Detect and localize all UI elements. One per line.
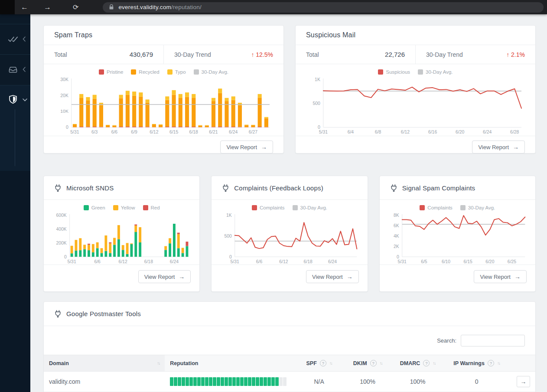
legend-swatch (378, 69, 383, 75)
svg-text:0: 0 (66, 125, 68, 130)
sidebar-divider (0, 24, 30, 24)
trend-stat: 30-Day Trend ↑ 12.5% (163, 45, 283, 64)
browser-forward-button[interactable]: → (44, 3, 51, 11)
address-bar[interactable]: everest.validity.com/reputation/ (103, 2, 544, 13)
reputation-segment (264, 377, 267, 386)
svg-text:6/24: 6/24 (229, 130, 238, 134)
complaints-feedback-loops-chart: 05001K5/316/66/126/186/24 (218, 213, 360, 265)
chevron-left-icon (23, 36, 26, 42)
reputation-segment (260, 377, 263, 386)
signal-spam-complaints-chart: 02K4K6K8K5/316/56/106/156/206/25 (387, 213, 528, 265)
suspicious-mail-card: Suspicious Mail Total 22,726 30-Day Tren… (295, 25, 536, 154)
svg-text:6/18: 6/18 (304, 259, 313, 264)
reputation-segment (279, 377, 283, 386)
sidebar-item-validation[interactable] (0, 29, 30, 49)
svg-text:20K: 20K (60, 93, 68, 98)
view-report-button[interactable]: View Report→ (306, 270, 359, 283)
help-icon[interactable]: ? (370, 360, 377, 366)
svg-text:30K: 30K (60, 77, 68, 82)
sidebar-submenu-line (15, 109, 15, 166)
microsoft-snds-chart: 0200K400K600K5/316/66/126/186/24 (51, 213, 192, 265)
reputation-segment (244, 377, 247, 386)
legend-item: Suspicious (378, 69, 410, 75)
card-title: Spam Traps (54, 31, 92, 39)
svg-text:5/31: 5/31 (67, 259, 76, 264)
sort-icon[interactable]: ↑↓ (433, 361, 435, 366)
column-header-dkim[interactable]: DKIM?↑↓ (344, 355, 391, 372)
reputation-segment (283, 377, 287, 386)
column-header-ip-warnings[interactable]: IP Warnings?↑↓ (444, 355, 509, 372)
trend-up-icon: ↑ (251, 51, 254, 58)
chart-legend: Complaints30-Day Avg. (387, 205, 528, 210)
integration-plug-icon (390, 184, 397, 192)
svg-text:400K: 400K (56, 227, 66, 232)
reputation-segment (186, 377, 189, 386)
row-action-cell: → (509, 372, 535, 392)
view-report-button[interactable]: View Report→ (220, 140, 273, 154)
svg-text:6/9: 6/9 (131, 130, 137, 134)
total-label: Total (306, 51, 319, 58)
sort-icon[interactable]: ↑↓ (157, 361, 160, 366)
view-report-button[interactable]: View Report→ (472, 140, 525, 154)
svg-text:5/31: 5/31 (231, 259, 239, 264)
reputation-cell (165, 372, 294, 392)
svg-text:500: 500 (313, 101, 320, 106)
svg-text:6K: 6K (394, 223, 399, 228)
column-header-domain[interactable]: Domain↑↓ (44, 355, 165, 372)
url-text: everest.validity.com/reputation/ (118, 4, 202, 10)
svg-text:6/12: 6/12 (150, 130, 159, 134)
svg-text:5/31: 5/31 (70, 130, 79, 134)
legend-swatch (113, 205, 118, 210)
chevron-down-icon (23, 98, 27, 101)
browser-reload-button[interactable]: ⟳ (73, 4, 78, 11)
legend-item: 30-Day Avg. (194, 69, 228, 75)
svg-text:6/24: 6/24 (483, 130, 492, 134)
help-icon[interactable]: ? (423, 360, 430, 366)
sort-icon[interactable]: ↑↓ (497, 361, 500, 366)
sort-icon[interactable]: ↑↓ (329, 361, 332, 366)
chart-legend: GreenYellowRed (51, 205, 192, 210)
search-label: Search: (437, 337, 456, 344)
integration-plug-icon (54, 184, 62, 192)
main-content: Spam Traps Total 430,679 30-Day Trend ↑ … (30, 14, 547, 392)
legend-item: Complaints (420, 205, 453, 210)
spf-cell: N/A (294, 372, 344, 392)
legend-swatch (293, 205, 298, 210)
legend-item: Typo (167, 69, 186, 75)
svg-text:6/6: 6/6 (256, 259, 263, 264)
view-report-button[interactable]: View Report→ (474, 270, 527, 283)
lock-icon[interactable] (109, 4, 114, 10)
reputation-segment (197, 377, 201, 386)
sidebar-divider (0, 54, 30, 55)
reputation-segment (201, 377, 205, 386)
legend-item: Red (143, 205, 160, 210)
table-row: validity.com N/A 100% 100% 0 → (44, 372, 535, 392)
dmarc-cell: 100% (391, 372, 444, 392)
trend-up-icon: ↑ (506, 51, 509, 58)
spam-traps-card: Spam Traps Total 430,679 30-Day Trend ↑ … (43, 25, 284, 154)
reputation-segment (178, 377, 181, 386)
column-header-spf[interactable]: SPF?↑↓ (294, 355, 344, 372)
svg-text:6/12: 6/12 (119, 259, 127, 264)
svg-text:0: 0 (64, 255, 67, 259)
integration-plug-icon (54, 310, 62, 318)
svg-text:6/21: 6/21 (209, 130, 218, 134)
row-detail-button[interactable]: → (517, 376, 530, 387)
column-header-dmarc[interactable]: DMARC?↑↓ (391, 355, 444, 372)
view-report-button[interactable]: View Report→ (138, 270, 191, 283)
signal-spam-complaints-card: Signal Spam Complaints Complaints30-Day … (379, 176, 536, 292)
sidebar-item-inbox[interactable] (0, 60, 30, 79)
sort-icon[interactable]: ↑↓ (380, 361, 382, 366)
help-icon[interactable]: ? (320, 360, 326, 366)
help-icon[interactable]: ? (488, 360, 494, 366)
reputation-segment (236, 377, 240, 386)
card-title: Google Postmaster Tools (66, 310, 141, 317)
reputation-segment (193, 377, 197, 386)
browser-back-button[interactable]: ← (21, 3, 28, 11)
svg-text:500: 500 (225, 234, 232, 238)
legend-swatch (143, 205, 148, 210)
reputation-segment (271, 377, 275, 386)
search-input[interactable] (461, 335, 525, 346)
sidebar-item-reputation[interactable] (0, 90, 30, 109)
sidebar-lower (0, 171, 30, 392)
